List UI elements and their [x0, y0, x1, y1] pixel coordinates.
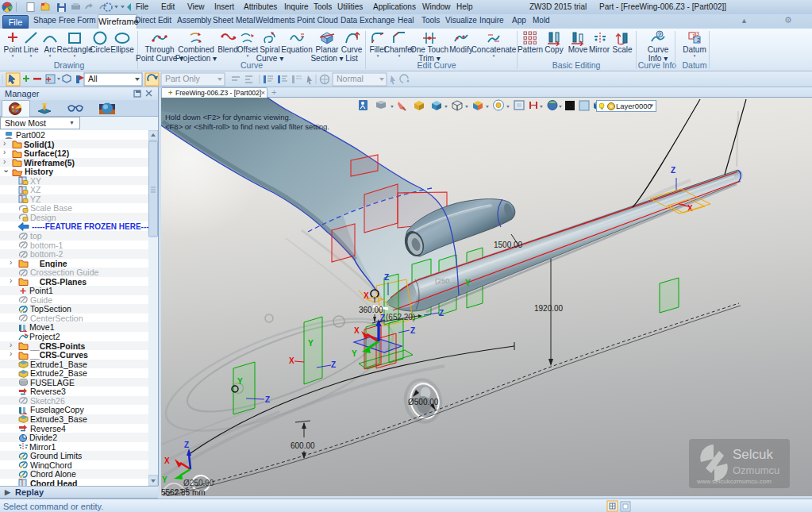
svg-text:Ø250.00: Ø250.00: [183, 479, 214, 487]
svg-text:Y: Y: [237, 377, 243, 386]
svg-text:Y: Y: [308, 339, 314, 348]
svg-text:Z: Z: [184, 441, 189, 449]
svg-text:X: X: [364, 291, 369, 300]
svg-text:1500.00: 1500.00: [494, 241, 523, 249]
svg-text:5562.85 mm: 5562.85 mm: [161, 488, 206, 496]
svg-text:(652.20): (652.20): [386, 313, 415, 321]
svg-text:1: 1: [692, 33, 695, 39]
svg-text:Part Only: Part Only: [165, 74, 201, 83]
svg-text:X: X: [354, 326, 360, 335]
svg-text:Z: Z: [380, 314, 385, 322]
svg-text:Normal: Normal: [337, 74, 364, 83]
svg-text:Z: Z: [265, 395, 270, 404]
svg-text:Z: Z: [410, 326, 415, 335]
svg-text:Z: Z: [331, 360, 336, 369]
svg-text:(250...: (250...: [435, 277, 456, 285]
svg-text:1920.00: 1920.00: [534, 304, 564, 313]
svg-text:Z: Z: [671, 166, 675, 175]
svg-text:Y: Y: [162, 475, 167, 484]
svg-text:?: ?: [658, 32, 661, 37]
svg-text:X: X: [164, 456, 170, 465]
svg-text:Y: Y: [352, 349, 357, 358]
svg-text:Y: Y: [465, 279, 471, 287]
svg-text:3: 3: [696, 31, 699, 37]
svg-text:600.00: 600.00: [291, 441, 315, 450]
svg-text:All: All: [88, 74, 98, 83]
svg-text:Z: Z: [439, 309, 444, 318]
svg-text:Z: Z: [384, 273, 389, 282]
svg-text:2: 2: [697, 37, 700, 43]
svg-text:X: X: [289, 356, 294, 365]
svg-text:Ø500.00: Ø500.00: [408, 398, 439, 406]
svg-text:360.00: 360.00: [359, 306, 383, 314]
